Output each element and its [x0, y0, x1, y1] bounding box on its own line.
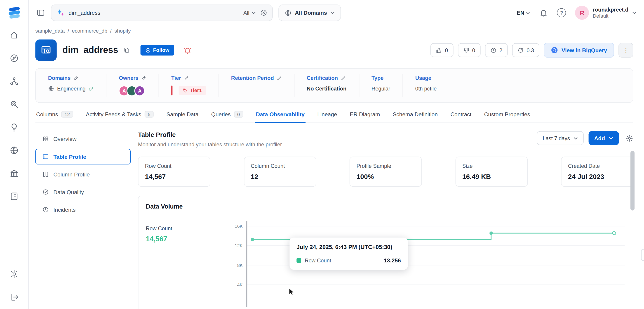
- openmetadata-logo[interactable]: [7, 6, 21, 20]
- vertical-scrollbar-thumb[interactable]: [630, 151, 634, 211]
- profiler-settings-gear-icon[interactable]: [626, 134, 634, 142]
- breadcrumb-service[interactable]: sample_data: [35, 28, 65, 34]
- edit-tier-icon[interactable]: [184, 76, 189, 81]
- subnav-incidents[interactable]: Incidents: [35, 202, 130, 217]
- tab-custom-properties[interactable]: Custom Properties: [483, 111, 531, 123]
- global-search-bar[interactable]: All: [51, 5, 273, 21]
- chevron-down-icon: [632, 11, 636, 15]
- meta-certification: Certification No Certification: [294, 74, 359, 97]
- data-volume-title: Data Volume: [146, 203, 626, 210]
- search-input[interactable]: [69, 10, 239, 16]
- tab-activity-feeds[interactable]: Activity Feeds & Tasks5: [85, 111, 154, 123]
- tab-er-diagram[interactable]: ER Diagram: [349, 111, 381, 123]
- tab-queries[interactable]: Queries0: [210, 111, 244, 123]
- domains-filter-dropdown[interactable]: All Domains: [278, 5, 341, 21]
- owner-avatar[interactable]: A: [134, 86, 145, 96]
- tooltip-series-value: 13,256: [384, 257, 401, 263]
- home-icon[interactable]: [10, 31, 19, 40]
- insights-bulb-icon[interactable]: [10, 123, 19, 132]
- govern-bank-icon[interactable]: [10, 169, 19, 178]
- downvote-button[interactable]: 0: [458, 43, 480, 57]
- stat-card-size: Size 16.49 KB: [455, 157, 528, 187]
- svg-text:4K: 4K: [237, 282, 243, 287]
- globe-icon: [48, 86, 54, 92]
- table-entity-icon: [35, 39, 57, 61]
- edit-owners-icon[interactable]: [141, 76, 146, 81]
- tab-schema-definition[interactable]: Schema Definition: [392, 111, 438, 123]
- svg-text:12K: 12K: [235, 243, 243, 248]
- tab-contract[interactable]: Contract: [450, 111, 472, 123]
- stat-card-created-date: Created Date 24 Jul 2023: [561, 157, 634, 187]
- svg-text:16K: 16K: [235, 224, 243, 229]
- tab-columns[interactable]: Columns12: [35, 111, 74, 123]
- usage-value: 0th pctile: [415, 86, 437, 92]
- recent-views-button[interactable]: 2: [485, 43, 508, 57]
- tag-icon: [183, 88, 188, 93]
- more-actions-kebab-icon[interactable]: ⋮: [618, 43, 633, 58]
- subnav-table-profile[interactable]: Table Profile: [35, 149, 130, 164]
- plus-circle-icon: [145, 48, 151, 53]
- add-button[interactable]: Add: [588, 131, 619, 145]
- follow-button[interactable]: Follow: [140, 45, 174, 56]
- logout-icon[interactable]: [10, 292, 19, 302]
- thumbs-up-icon: [436, 47, 442, 53]
- edit-retention-icon[interactable]: [277, 76, 282, 81]
- user-menu[interactable]: R rounakpreet.d Default: [575, 6, 636, 20]
- tier-badge[interactable]: Tier1: [179, 86, 206, 95]
- app-window: All All Domains EN ? R: [0, 0, 644, 309]
- chevron-down-icon: [573, 136, 578, 140]
- chevron-down-icon: [330, 11, 335, 15]
- edit-certification-icon[interactable]: [341, 76, 346, 81]
- sidebar-bottom: [10, 269, 19, 302]
- date-range-dropdown[interactable]: Last 7 days: [537, 131, 584, 145]
- glossary-book-icon[interactable]: [10, 192, 19, 201]
- version-button[interactable]: 0.3: [512, 43, 540, 57]
- domains-globe-icon[interactable]: [10, 145, 19, 155]
- left-sidebar: [0, 0, 29, 309]
- globe-icon: [285, 9, 292, 16]
- subnav-data-quality[interactable]: Data Quality: [35, 184, 130, 200]
- lineage-graph-icon[interactable]: [10, 77, 19, 86]
- user-name: rounakpreet.d: [593, 7, 628, 13]
- copy-name-icon[interactable]: [123, 47, 130, 53]
- subnav-column-profile[interactable]: Column Profile: [35, 166, 130, 182]
- view-in-service-button[interactable]: View in BigQuery: [544, 43, 614, 58]
- stat-card-row-count: Row Count 14,567: [138, 157, 210, 187]
- explore-compass-icon[interactable]: [10, 53, 19, 63]
- tab-sample-data[interactable]: Sample Data: [166, 111, 199, 123]
- meta-owners: Owners A A: [106, 74, 159, 97]
- breadcrumb-schema[interactable]: shopify: [114, 28, 131, 34]
- check-circle-icon: [42, 189, 49, 195]
- thumbs-down-icon: [463, 47, 469, 53]
- notifications-bell-icon[interactable]: [540, 8, 548, 17]
- topbar-right: EN ? R rounakpreet.d Default: [517, 6, 636, 20]
- breadcrumb-database[interactable]: ecommerce_db: [72, 28, 107, 34]
- meta-tier: Tier Tier1: [159, 74, 219, 97]
- domain-value[interactable]: Engineering: [57, 86, 86, 92]
- upvote-button[interactable]: 0: [431, 43, 453, 57]
- user-avatar: R: [575, 6, 589, 20]
- tooltip-timestamp: July 24, 2025, 6:43 PM (UTC+05:30): [296, 244, 401, 250]
- right-panel-handle[interactable]: [641, 249, 644, 261]
- clear-search-icon[interactable]: [260, 9, 268, 17]
- announcement-alert-icon[interactable]: [183, 46, 192, 55]
- profiler-subnav: Overview Table Profile Column Profile Da…: [35, 131, 130, 309]
- settings-gear-icon[interactable]: [10, 269, 19, 279]
- bigquery-icon: [551, 46, 558, 54]
- tab-lineage[interactable]: Lineage: [316, 111, 338, 123]
- chart-tooltip: July 24, 2025, 6:43 PM (UTC+05:30) Row C…: [290, 238, 408, 270]
- page: sample_data / ecommerce_db / shopify dim…: [29, 26, 644, 309]
- observability-search-icon[interactable]: [10, 100, 19, 109]
- language-dropdown[interactable]: EN: [517, 10, 530, 16]
- help-icon[interactable]: ?: [557, 8, 566, 17]
- sidebar-toggle-icon[interactable]: [36, 8, 45, 17]
- subnav-overview[interactable]: Overview: [35, 131, 130, 147]
- edit-domains-icon[interactable]: [74, 76, 78, 81]
- type-value: Regular: [372, 86, 390, 92]
- link-icon: [88, 86, 94, 91]
- data-volume-chart[interactable]: 4K8K12K16K July 24, 2025, 6:43 PM (UTC+0…: [228, 220, 626, 307]
- alert-circle-icon: [42, 206, 49, 213]
- tab-data-observability[interactable]: Data Observability: [255, 111, 306, 123]
- entity-tabs: Columns12 Activity Feeds & Tasks5 Sample…: [35, 111, 633, 123]
- search-scope-dropdown[interactable]: All: [243, 10, 256, 16]
